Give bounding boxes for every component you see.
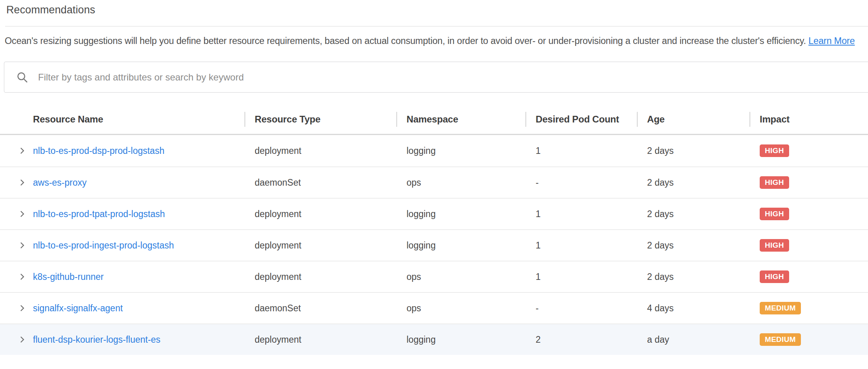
desired-pod-count-cell: 1 [525,240,637,251]
desired-pod-count-cell: 2 [525,334,637,345]
resource-name-link[interactable]: nlb-to-es-prod-tpat-prod-logstash [33,209,165,219]
resource-name-link[interactable]: fluent-dsp-kourier-logs-fluent-es [33,334,160,345]
resource-name-link[interactable]: nlb-to-es-prod-ingest-prod-logstash [33,240,174,250]
row-expand-cell [0,146,33,155]
page-title: Recommendations [6,4,868,16]
title-divider [5,26,868,27]
impact-badge: MEDIUM [760,302,801,314]
desired-pod-count-cell: 1 [525,146,637,156]
impact-cell: HIGH [749,270,868,283]
resource-name-cell: nlb-to-es-prod-tpat-prod-logstash [33,209,244,219]
search-icon [16,71,29,84]
row-expand-cell [0,178,33,187]
desired-pod-count-cell: 1 [525,209,637,219]
chevron-right-icon[interactable] [17,178,27,187]
resource-name-cell: k8s-github-runner [33,272,244,282]
search-input[interactable] [38,72,868,83]
resource-type-cell: deployment [244,146,396,156]
header-impact: Impact [749,104,868,134]
header-namespace: Namespace [396,104,525,134]
resource-type-cell: daemonSet [244,177,396,188]
impact-badge: HIGH [760,176,789,189]
table-row[interactable]: signalfx-signalfx-agent daemonSet ops - … [0,292,868,323]
impact-cell: HIGH [749,144,868,157]
age-cell: 2 days [637,272,749,282]
resource-type-cell: deployment [244,240,396,251]
namespace-cell: logging [396,334,525,345]
learn-more-link[interactable]: Learn More [808,36,855,46]
row-expand-cell [0,241,33,250]
recommendations-page: Recommendations Ocean's resizing suggest… [0,0,868,369]
chevron-right-icon[interactable] [17,146,27,155]
table-body: nlb-to-es-prod-dsp-prod-logstash deploym… [0,134,868,355]
namespace-cell: ops [396,177,525,188]
impact-cell: HIGH [749,208,868,220]
header-age: Age [637,104,749,134]
age-cell: 2 days [637,146,749,156]
resource-name-link[interactable]: aws-es-proxy [33,177,87,188]
header-resource-type: Resource Type [244,104,396,134]
desired-pod-count-cell: - [525,177,637,188]
header-resource-name: Resource Name [33,114,244,125]
resource-name-cell: fluent-dsp-kourier-logs-fluent-es [33,334,244,345]
impact-badge: HIGH [760,144,789,157]
impact-badge: MEDIUM [760,333,801,346]
resource-name-link[interactable]: signalfx-signalfx-agent [33,303,123,313]
resource-name-cell: signalfx-signalfx-agent [33,303,244,314]
row-expand-cell [0,303,33,313]
description-text: Ocean's resizing suggestions will help y… [5,36,806,46]
age-cell: a day [637,334,749,345]
chevron-right-icon[interactable] [17,209,27,219]
impact-badge: HIGH [760,270,789,283]
namespace-cell: ops [396,303,525,314]
page-description: Ocean's resizing suggestions will help y… [5,33,864,49]
filter-search-box[interactable] [4,62,868,93]
age-cell: 4 days [637,303,749,314]
row-expand-cell [0,272,33,281]
table-row[interactable]: nlb-to-es-prod-dsp-prod-logstash deploym… [0,135,868,166]
impact-badge: HIGH [760,239,789,252]
chevron-right-icon[interactable] [17,272,27,281]
age-cell: 2 days [637,209,749,219]
impact-cell: HIGH [749,176,868,189]
namespace-cell: ops [396,272,525,282]
impact-cell: HIGH [749,239,868,252]
resource-type-cell: daemonSet [244,303,396,314]
impact-cell: MEDIUM [749,333,868,346]
desired-pod-count-cell: 1 [525,272,637,282]
table-row[interactable]: aws-es-proxy daemonSet ops - 2 days HIGH [0,166,868,198]
namespace-cell: logging [396,240,525,251]
age-cell: 2 days [637,240,749,251]
recommendations-table: Resource Name Resource Type Namespace De… [0,104,868,355]
namespace-cell: logging [396,146,525,156]
chevron-right-icon[interactable] [17,335,27,344]
resource-name-link[interactable]: nlb-to-es-prod-dsp-prod-logstash [33,146,164,156]
table-row[interactable]: nlb-to-es-prod-ingest-prod-logstash depl… [0,229,868,261]
resource-type-cell: deployment [244,272,396,282]
chevron-right-icon[interactable] [17,303,27,313]
namespace-cell: logging [396,209,525,219]
resource-type-cell: deployment [244,209,396,219]
resource-name-link[interactable]: k8s-github-runner [33,272,104,282]
table-row[interactable]: nlb-to-es-prod-tpat-prod-logstash deploy… [0,198,868,229]
resource-name-cell: aws-es-proxy [33,177,244,188]
table-row[interactable]: fluent-dsp-kourier-logs-fluent-es deploy… [0,323,868,355]
resource-type-cell: deployment [244,334,396,345]
table-header-row: Resource Name Resource Type Namespace De… [0,104,868,134]
impact-cell: MEDIUM [749,302,868,314]
table-row[interactable]: k8s-github-runner deployment ops 1 2 day… [0,261,868,292]
impact-badge: HIGH [760,208,789,220]
desired-pod-count-cell: - [525,303,637,314]
header-desired-pod-count: Desired Pod Count [525,104,637,134]
row-expand-cell [0,335,33,344]
age-cell: 2 days [637,177,749,188]
resource-name-cell: nlb-to-es-prod-ingest-prod-logstash [33,240,244,251]
row-expand-cell [0,209,33,219]
resource-name-cell: nlb-to-es-prod-dsp-prod-logstash [33,146,244,156]
chevron-right-icon[interactable] [17,241,27,250]
